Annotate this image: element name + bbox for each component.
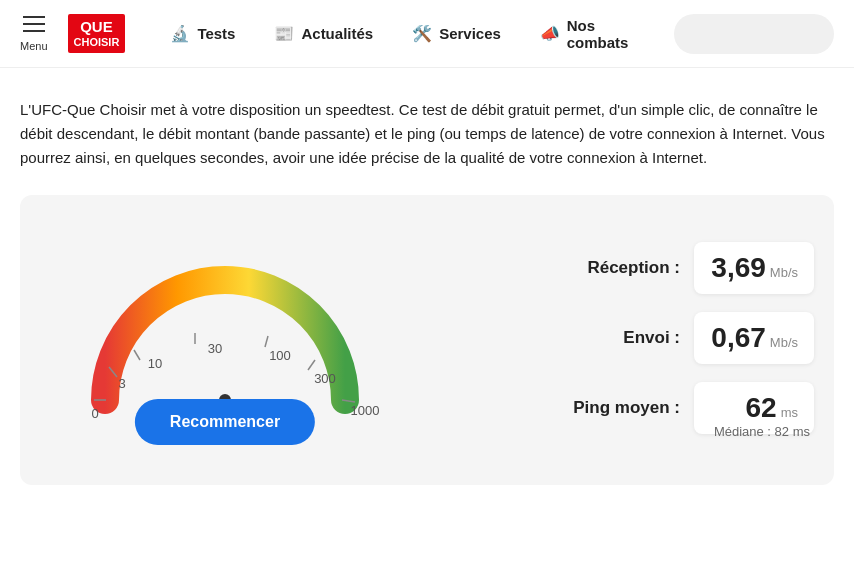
envoi-unit: Mb/s	[770, 335, 798, 350]
menu-label: Menu	[20, 40, 48, 52]
nav-item-tests[interactable]: 🔬 Tests	[155, 15, 249, 53]
tick-label-0: 0	[91, 406, 98, 421]
tick-10	[134, 350, 140, 360]
nav-label-nos-combats: Nos combats	[567, 17, 660, 51]
gauge-arc	[105, 280, 345, 400]
envoi-value: 0,67	[711, 322, 766, 354]
stat-row-reception: Réception : 3,69 Mb/s	[450, 242, 814, 294]
description-text: L'UFC-Que Choisir met à votre dispositio…	[20, 98, 834, 170]
stat-row-envoi: Envoi : 0,67 Mb/s	[450, 312, 814, 364]
main-content: L'UFC-Que Choisir met à votre dispositio…	[0, 68, 854, 505]
menu-button[interactable]: Menu	[20, 16, 48, 52]
reception-value-box: 3,69 Mb/s	[694, 242, 814, 294]
tick-label-10: 10	[148, 356, 162, 371]
tick-label-100: 100	[269, 348, 291, 363]
nav-item-actualites[interactable]: 📰 Actualités	[259, 15, 387, 53]
tick-300	[308, 360, 315, 370]
reception-value: 3,69	[711, 252, 766, 284]
reception-label: Réception :	[587, 258, 680, 278]
envoi-label: Envoi :	[623, 328, 680, 348]
ping-value: 62	[746, 392, 777, 424]
ping-section: Ping moyen : 62 ms Médiane : 82 ms	[450, 382, 814, 439]
tick-label-1000: 1000	[351, 403, 380, 418]
services-icon: 🛠️	[411, 23, 433, 45]
ping-unit: ms	[781, 405, 798, 420]
nav-item-nos-combats[interactable]: 📣 Nos combats	[525, 9, 674, 59]
tests-icon: 🔬	[169, 23, 191, 45]
actualites-icon: 📰	[273, 23, 295, 45]
tick-label-30: 30	[208, 341, 222, 356]
nav-label-actualites: Actualités	[301, 25, 373, 42]
mediane-text: Médiane : 82 ms	[450, 424, 814, 439]
envoi-value-box: 0,67 Mb/s	[694, 312, 814, 364]
search-button[interactable]	[674, 14, 834, 54]
reception-unit: Mb/s	[770, 265, 798, 280]
tick-100	[265, 336, 268, 347]
recommencer-button[interactable]: Recommencer	[135, 399, 315, 445]
logo[interactable]: QUE CHOISIR	[68, 14, 126, 53]
nav-label-services: Services	[439, 25, 501, 42]
ping-label: Ping moyen :	[573, 398, 680, 418]
stats-panel: Réception : 3,69 Mb/s Envoi : 0,67 Mb/s …	[450, 242, 814, 439]
gauge-container: 0 3 10 30 100 300 1000	[40, 225, 410, 455]
header: Menu QUE CHOISIR 🔬 Tests 📰 Actualités 🛠️…	[0, 0, 854, 68]
main-nav: 🔬 Tests 📰 Actualités 🛠️ Services 📣 Nos c…	[155, 9, 674, 59]
tick-label-3: 3	[118, 376, 125, 391]
nav-label-tests: Tests	[197, 25, 235, 42]
tick-label-300: 300	[314, 371, 336, 386]
nos-combats-icon: 📣	[539, 23, 561, 45]
nav-item-services[interactable]: 🛠️ Services	[397, 15, 515, 53]
speedtest-card: 0 3 10 30 100 300 1000	[20, 195, 834, 485]
logo-box: QUE CHOISIR	[68, 14, 126, 53]
